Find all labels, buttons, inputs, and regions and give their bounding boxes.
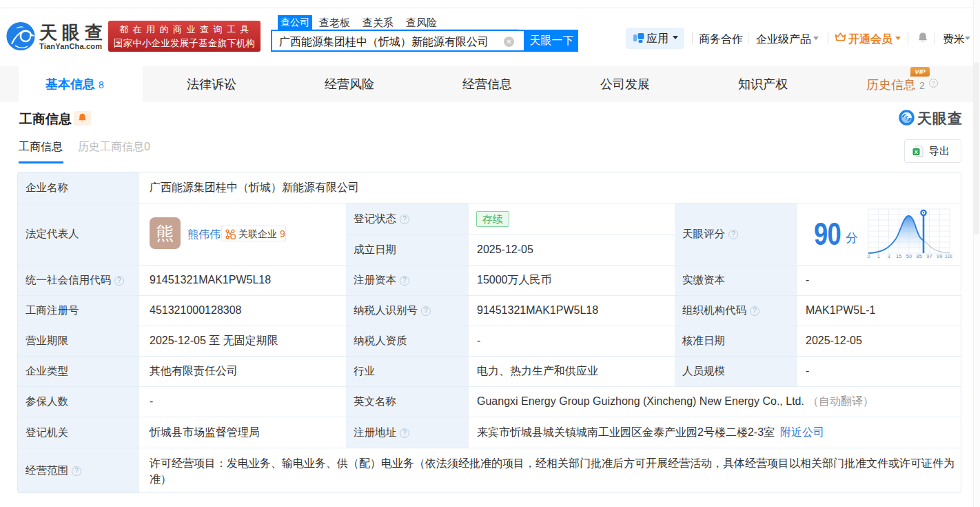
svg-text:1: 1 [877, 253, 880, 259]
svg-text:100: 100 [945, 253, 952, 259]
svg-text:X: X [915, 149, 919, 155]
svg-text:0: 0 [867, 253, 870, 259]
svg-text:50: 50 [906, 253, 912, 259]
svg-text:3: 3 [887, 253, 890, 259]
svg-text:85: 85 [917, 253, 922, 259]
svg-text:99: 99 [937, 253, 942, 259]
svg-text:15: 15 [896, 253, 901, 259]
svg-text:97: 97 [926, 253, 932, 259]
